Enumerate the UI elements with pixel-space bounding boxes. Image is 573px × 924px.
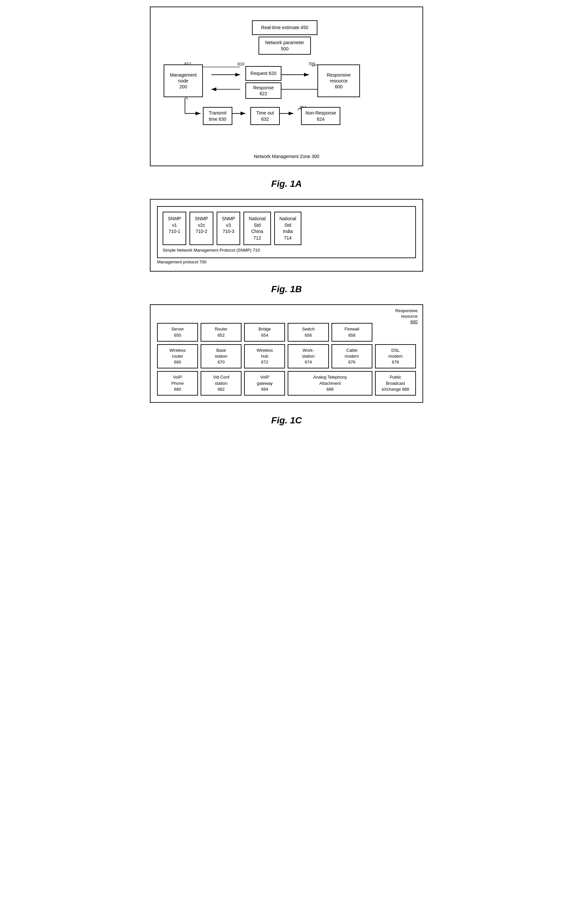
switch-box: Switch656 (288, 323, 329, 341)
workstation-box: Work-station674 (288, 344, 329, 369)
cable-modem-box: Cablemodem676 (332, 344, 373, 369)
dsl-modem-box: DSLmodem678 (375, 344, 416, 369)
zone-label: Network Management Zone 300 (157, 154, 416, 159)
snmp-label: Simple Network Management Protocol (SNMP… (163, 248, 410, 253)
figures-container: 810 812 812 700 814 (150, 6, 423, 426)
fig1a-label: Fig. 1A (271, 179, 302, 189)
response-box: Response 622 (246, 83, 282, 99)
voip-phone-box: VoIPPhone680 (157, 371, 198, 396)
voip-gateway-box: VoIPgateway684 (244, 371, 285, 396)
fig1b-label: Fig. 1B (271, 284, 302, 294)
router-box: Router652 (200, 323, 241, 341)
svg-text:810: 810 (238, 62, 244, 66)
svg-text:700: 700 (308, 62, 315, 66)
fig1a-outer-border: 810 812 812 700 814 (150, 6, 423, 166)
server-box: Server650 (157, 323, 198, 341)
bridge-box: Bridge654 (244, 323, 285, 341)
fig1c-label: Fig. 1C (271, 415, 302, 426)
wireless-hub-box: Wirelesshub672 (244, 344, 285, 369)
snmp-v2c-box: SNMPv2c710-2 (189, 212, 213, 245)
transmit-time-box: Transmit time 630 (203, 107, 232, 125)
fig1c-responsive-label: Responsiveresource600 (395, 308, 418, 325)
fig1b-outer-border: SNMPv1710-1 SNMPv2c710-2 SNMPv3710-3 Nat… (150, 199, 423, 272)
fig1b-inner-border: SNMPv1710-1 SNMPv2c710-2 SNMPv3710-3 Nat… (157, 206, 416, 258)
responsive-resource-box: Responsive resource 600 (318, 64, 360, 97)
fig1a-diagram: 810 812 812 700 814 (157, 14, 416, 151)
snmp-v3-box: SNMPv3710-3 (217, 212, 240, 245)
wireless-router-box: Wirelessrouter660 (157, 344, 198, 369)
request-box: Request 620 (246, 66, 282, 81)
base-station-box: Basestation670 (200, 344, 241, 369)
snmp-v1-box: SNMPv1710-1 (163, 212, 186, 245)
public-broadcast-box: PublicBroadcasteXchange 688 (375, 371, 416, 396)
fig1b-boxes-row: SNMPv1710-1 SNMPv2c710-2 SNMPv3710-3 Nat… (163, 212, 410, 245)
fig1c-outer-border: Responsiveresource600 Server650 Router65… (150, 304, 423, 403)
fig1c-grid: Server650 Router652 Bridge654 Switch656 … (157, 323, 416, 396)
firewall-box: Firewall658 (332, 323, 373, 341)
management-node-box: Management node 200 (164, 64, 203, 97)
network-param-box: Network parameter 500 (258, 37, 311, 55)
national-std-china-box: NationalStdChina712 (243, 212, 271, 245)
non-response-box: Non-Response 624 (301, 107, 340, 125)
timeout-box: Time out 632 (250, 107, 280, 125)
protocol-label: Management protocol 700 (157, 260, 416, 264)
analog-telephony-box: Analog TelephonyAttachment686 (288, 371, 372, 396)
national-std-india-box: NationalStdIndia714 (274, 212, 301, 245)
vid-conf-station-box: Vid Confstation682 (200, 371, 241, 396)
realtime-estimate-box: Real-time estimate 450 (252, 20, 318, 35)
